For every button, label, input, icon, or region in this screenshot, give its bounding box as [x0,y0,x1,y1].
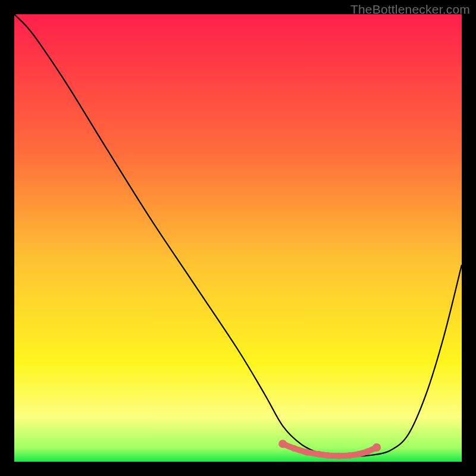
optimal-range-endpoint [278,440,287,448]
optimal-range-dot [304,449,311,456]
optimal-range-dot [347,452,353,459]
optimal-range-dot [315,451,322,458]
optimal-range-endpoint [372,443,381,452]
optimal-range-dot [356,451,362,458]
optimal-range-dot [324,452,331,459]
bottleneck-chart [14,14,462,462]
optimal-range-dot [365,448,371,455]
optimal-range-dot [336,453,342,459]
optimal-range-dot [291,445,298,452]
gradient-background [14,14,462,462]
chart-container: TheBottlenecker.com [0,0,476,476]
